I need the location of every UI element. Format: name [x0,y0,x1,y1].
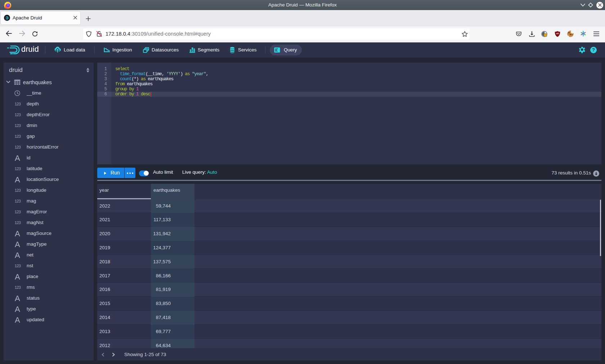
svg-text:uO: uO [556,32,559,35]
